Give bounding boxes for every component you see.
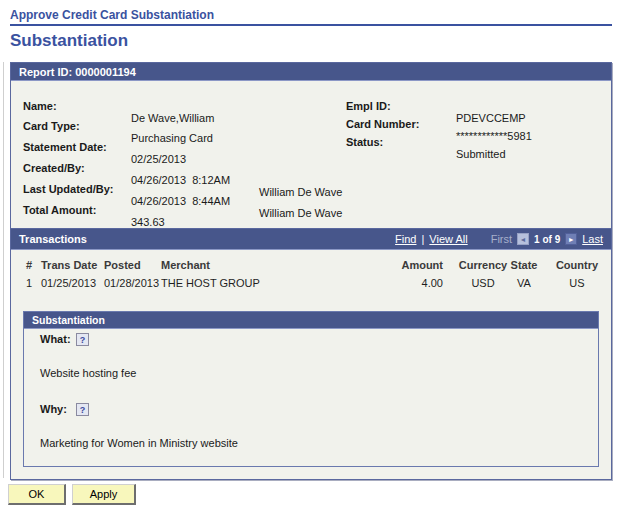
page: Approve Credit Card Substantiation Subst… [0, 0, 620, 510]
why-help-icon[interactable]: ? [76, 403, 89, 416]
card-number-label: Card Number: [346, 118, 419, 130]
apply-button[interactable]: Apply [72, 484, 136, 505]
page-title: Substantiation [10, 31, 128, 51]
card-number-value: ************5981 [456, 130, 532, 142]
statement-date-label: Statement Date: [23, 141, 107, 153]
report-header-bar: Report ID: 0000001194 [11, 63, 611, 81]
created-by-user-value: William De Wave [259, 186, 342, 198]
empl-id-label: Empl ID: [346, 100, 391, 112]
status-value: Submitted [456, 148, 506, 160]
what-label: What: [40, 333, 71, 345]
breadcrumb: Approve Credit Card Substantiation [10, 8, 214, 22]
why-value: Marketing for Women in Ministry website [40, 437, 238, 449]
why-label: Why: [40, 403, 67, 415]
col-header-state: State [506, 259, 542, 271]
last-updated-by-user-value: William De Wave [259, 207, 342, 219]
last-updated-datetime-value: 04/26/2013 8:44AM [131, 195, 230, 207]
col-header-merchant: Merchant [161, 259, 210, 271]
what-help-icon[interactable]: ? [76, 333, 89, 346]
report-id-label: Report ID: 0000001194 [19, 66, 136, 78]
what-value: Website hosting fee [40, 367, 136, 379]
card-type-value: Purchasing Card [131, 132, 213, 144]
status-label: Status: [346, 136, 383, 148]
transactions-title: Transactions [19, 233, 87, 245]
col-header-num: # [26, 259, 32, 271]
row-currency: USD [453, 277, 513, 289]
report-content: Name: De Wave,William Card Type: Purchas… [11, 82, 611, 228]
first-link-disabled: First [491, 233, 512, 245]
col-header-country: Country [554, 259, 600, 271]
row-num: 1 [26, 277, 32, 289]
statement-date-value: 02/25/2013 [131, 153, 186, 165]
last-link[interactable]: Last [582, 233, 603, 245]
row-posted: 01/28/2013 [104, 277, 159, 289]
row-trans-date: 01/25/2013 [41, 277, 96, 289]
page-indicator: 1 of 9 [534, 234, 560, 245]
find-link[interactable]: Find [395, 233, 416, 245]
total-amount-value: 343.63 [131, 216, 165, 228]
col-header-amount: Amount [361, 259, 443, 271]
transactions-groupbox: Transactions Find | View All First ◄ 1 o… [10, 228, 612, 480]
scroll-area-edge [3, 62, 4, 478]
total-amount-label: Total Amount: [23, 204, 96, 216]
name-value: De Wave,William [131, 112, 214, 124]
title-underline [10, 24, 612, 26]
created-datetime-value: 04/26/2013 8:12AM [131, 174, 230, 186]
row-merchant: THE HOST GROUP [161, 277, 260, 289]
link-separator: | [422, 233, 425, 245]
field-row-status: Status: Submitted [11, 124, 35, 172]
previous-page-icon: ◄ [517, 233, 529, 245]
next-page-icon[interactable]: ► [565, 233, 577, 245]
ok-button[interactable]: OK [8, 484, 66, 505]
substantiation-title: Substantiation [32, 314, 105, 326]
col-header-posted: Posted [104, 259, 141, 271]
report-groupbox: Report ID: 0000001194 Name: De Wave,Will… [10, 62, 612, 229]
substantiation-groupbox: Substantiation What: ? Website hosting f… [23, 311, 599, 467]
grid-navigation: Find | View All First ◄ 1 of 9 ► Last [395, 233, 603, 245]
last-updated-by-label: Last Updated/By: [23, 183, 113, 195]
col-header-trans-date: Trans Date [41, 259, 97, 271]
col-header-currency: Currency [453, 259, 513, 271]
empl-id-value: PDEVCCEMP [456, 112, 526, 124]
row-state: VA [506, 277, 542, 289]
substantiation-header-bar: Substantiation [24, 312, 598, 329]
row-amount: 4.00 [361, 277, 443, 289]
transactions-header-bar: Transactions Find | View All First ◄ 1 o… [11, 229, 611, 250]
row-country: US [554, 277, 600, 289]
view-all-link[interactable]: View All [429, 233, 467, 245]
